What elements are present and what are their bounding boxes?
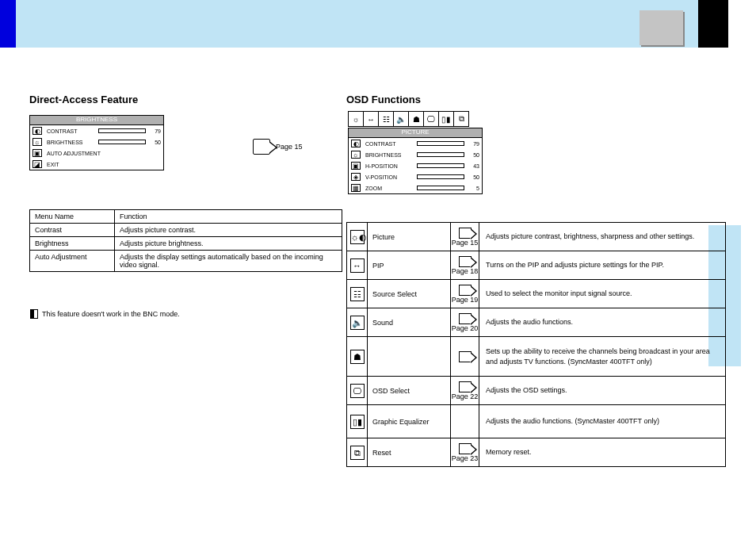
osd-direct-title: BRIGHTNESS (30, 116, 163, 125)
tv-icon: ☗ (350, 350, 365, 364)
section2-title: OSD Functions (346, 94, 421, 105)
osd-function-table: ☼◐ Picture Page 15 Adjusts picture contr… (346, 222, 726, 467)
menu-desc: Adjusts picture contrast, brightness, sh… (479, 223, 726, 251)
menu-picture-icon: ☼ (348, 111, 364, 127)
pip-icon: ↔ (350, 258, 365, 273)
direct-access-table: Menu NameFunction ContrastAdjusts pictur… (29, 209, 342, 272)
osd-picture-title: PICTURE (349, 128, 482, 138)
eq-icon: ▯▮ (350, 415, 365, 429)
header-background (0, 0, 708, 48)
osd-row-label: CONTRAST (47, 128, 95, 134)
reset-icon: ⧉ (350, 446, 365, 460)
osd-row-value: 79 (148, 128, 161, 134)
header-gray-box (640, 10, 683, 45)
osd-direct-menu: BRIGHTNESS ◐CONTRAST79 ☼BRIGHTNESS50 ▣AU… (29, 115, 164, 170)
menu-sound-icon: 🔈 (393, 111, 409, 127)
menu-pip-icon: ↔ (363, 111, 379, 127)
spec-header-function: Function (115, 210, 342, 224)
osd-icon-row: ☼ ↔ ☷ 🔈 ☗ 🖵 ▯▮ ⧉ (348, 111, 468, 127)
note-odd-icon (30, 309, 38, 319)
menu-label: Picture (368, 223, 451, 251)
osd-picture-menu: PICTURE ◐CONTRAST79 ☼BRIGHTNESS50 ▣H-POS… (348, 128, 483, 194)
section1-title: Direct-Access Feature (29, 94, 138, 105)
brightness-icon: ☼ (32, 138, 42, 146)
header-blue-bar (0, 0, 16, 48)
auto-icon: ▣ (32, 149, 42, 157)
header-black-box (698, 0, 728, 48)
osd-select-icon: 🖵 (350, 384, 365, 398)
page-ref-arrow (253, 139, 270, 155)
spec-cell: Contrast (30, 224, 115, 237)
menu-reset-icon: ⧉ (453, 111, 469, 127)
menu-eq-icon: ▯▮ (438, 111, 454, 127)
page-ref-label: Page 15 (276, 143, 303, 151)
menu-source-icon: ☷ (378, 111, 394, 127)
note-text: This feature doesn't work in the BNC mod… (42, 310, 327, 320)
picture-icon: ☼◐ (350, 230, 365, 244)
sound-icon: 🔈 (350, 316, 365, 330)
menu-osd-icon: 🖵 (423, 111, 439, 127)
page-arrow-icon (459, 228, 472, 239)
contrast-icon: ◐ (32, 127, 42, 135)
exit-icon: ◪ (32, 160, 42, 168)
menu-tv-icon: ☗ (408, 111, 424, 127)
spec-header-menu: Menu Name (30, 210, 115, 224)
source-icon: ☷ (350, 287, 365, 301)
